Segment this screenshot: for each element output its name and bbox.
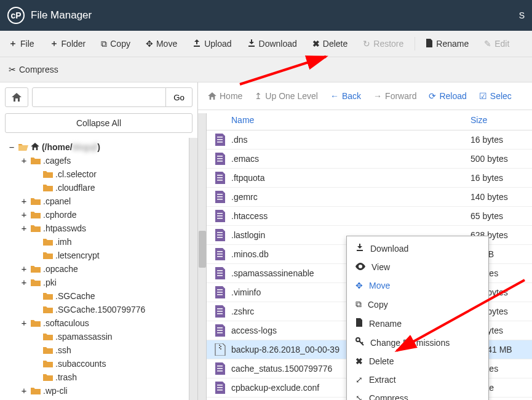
table-row[interactable]: .ftpquota16 bytes bbox=[207, 169, 532, 188]
tree-item[interactable]: +.cagefs bbox=[2, 154, 197, 167]
x-icon: ✖ bbox=[355, 356, 363, 366]
tree-item[interactable]: +.softaculous bbox=[2, 316, 197, 330]
expand-icon[interactable]: + bbox=[20, 196, 28, 206]
file-nav-toolbar: Home ↥Up One Level ←Back →Forward ⟳Reloa… bbox=[198, 82, 532, 110]
svg-rect-35 bbox=[219, 347, 220, 348]
tree-item-label: .cl.selector bbox=[55, 169, 97, 179]
header-right[interactable]: S bbox=[519, 10, 525, 20]
file-type-icon bbox=[214, 229, 226, 241]
nav-forward-button[interactable]: →Forward bbox=[368, 87, 421, 105]
tree-item[interactable]: .SGCache bbox=[2, 289, 197, 303]
svg-rect-25 bbox=[217, 292, 223, 293]
svg-rect-0 bbox=[217, 137, 223, 138]
tree-item[interactable]: +blogforportfolio.com bbox=[2, 398, 197, 400]
svg-rect-42 bbox=[217, 390, 223, 391]
expand-icon[interactable]: + bbox=[20, 278, 28, 287]
delete-button[interactable]: ✖Delete bbox=[306, 35, 354, 52]
expand-icon[interactable]: + bbox=[20, 223, 28, 233]
compress-button[interactable]: ✂Compress bbox=[2, 61, 65, 78]
tree-item-label: .SGCache bbox=[55, 291, 95, 301]
tree-scrollbar[interactable] bbox=[189, 138, 197, 400]
up-icon: ↥ bbox=[255, 91, 262, 101]
nav-reload-button[interactable]: ⟳Reload bbox=[424, 87, 471, 105]
nav-up-button[interactable]: ↥Up One Level bbox=[250, 87, 323, 105]
ctx-rename[interactable]: Rename bbox=[347, 314, 488, 333]
expand-icon[interactable]: + bbox=[20, 318, 28, 328]
edit-icon: ✎ bbox=[484, 39, 491, 49]
table-row[interactable]: .emacs500 bytes bbox=[207, 150, 532, 169]
nav-back-button[interactable]: ←Back bbox=[325, 87, 366, 105]
tree-item[interactable]: +.pki bbox=[2, 276, 197, 289]
copy-button[interactable]: ⧉Copy bbox=[95, 35, 137, 53]
check-icon: ☑ bbox=[479, 91, 487, 101]
tree-item[interactable]: .spamassassin bbox=[2, 330, 197, 343]
download-icon bbox=[247, 39, 256, 49]
ctx-copy[interactable]: ⧉Copy bbox=[347, 295, 488, 314]
file-type-icon bbox=[214, 267, 226, 279]
col-size[interactable]: Size bbox=[470, 115, 532, 125]
expand-icon[interactable]: + bbox=[20, 210, 28, 220]
file-list-scrollbar[interactable] bbox=[198, 113, 207, 400]
home-button[interactable] bbox=[5, 87, 28, 107]
tree-item-label: .htpasswds bbox=[43, 223, 86, 233]
table-row[interactable]: .dns16 bytes bbox=[207, 130, 532, 150]
tree-item[interactable]: .SGCache.1500799776 bbox=[2, 303, 197, 316]
restore-button[interactable]: ↻Restore bbox=[357, 35, 410, 52]
upload-button[interactable]: Upload bbox=[186, 35, 238, 53]
tree-item-label: .softaculous bbox=[43, 318, 89, 328]
svg-rect-18 bbox=[217, 251, 223, 252]
tree-item[interactable]: +.cpanel bbox=[2, 194, 197, 208]
rename-button[interactable]: Rename bbox=[419, 35, 475, 53]
plus-icon: ＋ bbox=[50, 38, 58, 49]
path-input[interactable] bbox=[32, 87, 166, 107]
tree-item[interactable]: .cloudflare bbox=[2, 181, 197, 194]
ctx-move[interactable]: ✥Move bbox=[347, 276, 488, 295]
svg-rect-11 bbox=[217, 199, 223, 200]
folder-button[interactable]: ＋Folder bbox=[44, 34, 93, 53]
expand-icon[interactable]: + bbox=[20, 264, 28, 274]
col-name[interactable]: Name bbox=[207, 115, 470, 125]
svg-rect-36 bbox=[220, 348, 221, 350]
file-button[interactable]: ＋File bbox=[2, 34, 41, 53]
folder-icon bbox=[31, 278, 41, 287]
tree-item[interactable]: +.htpasswds bbox=[2, 222, 197, 235]
move-button[interactable]: ✥Move bbox=[140, 35, 184, 52]
tree-item[interactable]: +.wp-cli bbox=[2, 384, 197, 398]
file-name: .htaccess bbox=[231, 211, 470, 221]
ctx-delete[interactable]: ✖Delete bbox=[347, 352, 488, 370]
tree-item[interactable]: .subaccounts bbox=[2, 357, 197, 370]
download-button[interactable]: Download bbox=[241, 35, 304, 53]
path-row: Go bbox=[0, 82, 197, 112]
folder-icon bbox=[31, 319, 41, 327]
nav-select-button[interactable]: ☑Selec bbox=[474, 87, 517, 105]
nav-home-button[interactable]: Home bbox=[203, 87, 247, 105]
collapse-all-button[interactable]: Collapse All bbox=[5, 113, 193, 133]
edit-button[interactable]: ✎Edit bbox=[478, 35, 516, 52]
expand-icon[interactable]: + bbox=[20, 156, 28, 166]
folder-tree[interactable]: − (/home/blogsjf) +.cagefs.cl.selector.c… bbox=[0, 138, 197, 400]
collapse-icon[interactable]: − bbox=[7, 142, 16, 152]
go-button[interactable]: Go bbox=[165, 87, 193, 107]
tree-item[interactable]: .trash bbox=[2, 370, 197, 384]
tree-item[interactable]: +.cphorde bbox=[2, 208, 197, 222]
ctx-extract[interactable]: ⤢Extract bbox=[347, 370, 488, 389]
tree-item[interactable]: .ssh bbox=[2, 343, 197, 357]
main-toolbar-row2: ✂Compress bbox=[0, 57, 532, 82]
ctx-compress[interactable]: ⤡Compress bbox=[347, 389, 488, 400]
tree-item[interactable]: .imh bbox=[2, 235, 197, 249]
scrollbar-thumb[interactable] bbox=[199, 231, 206, 268]
table-row[interactable]: .gemrc140 bytes bbox=[207, 188, 532, 207]
ctx-permissions[interactable]: Change Permissions bbox=[347, 333, 488, 352]
ctx-view[interactable]: View bbox=[347, 258, 488, 276]
table-row[interactable]: .htaccess65 bytes bbox=[207, 207, 532, 226]
x-icon: ✖ bbox=[312, 39, 320, 49]
ctx-download[interactable]: Download bbox=[347, 239, 488, 258]
tree-root[interactable]: − (/home/blogsjf) bbox=[2, 140, 197, 154]
table-header: Name Size bbox=[207, 110, 532, 130]
folder-icon bbox=[43, 238, 53, 246]
tree-item[interactable]: .cl.selector bbox=[2, 167, 197, 181]
tree-item[interactable]: .letsencrypt bbox=[2, 249, 197, 262]
expand-icon[interactable]: + bbox=[20, 386, 28, 396]
file-type-icon bbox=[214, 286, 226, 298]
tree-item[interactable]: +.opcache bbox=[2, 262, 197, 276]
